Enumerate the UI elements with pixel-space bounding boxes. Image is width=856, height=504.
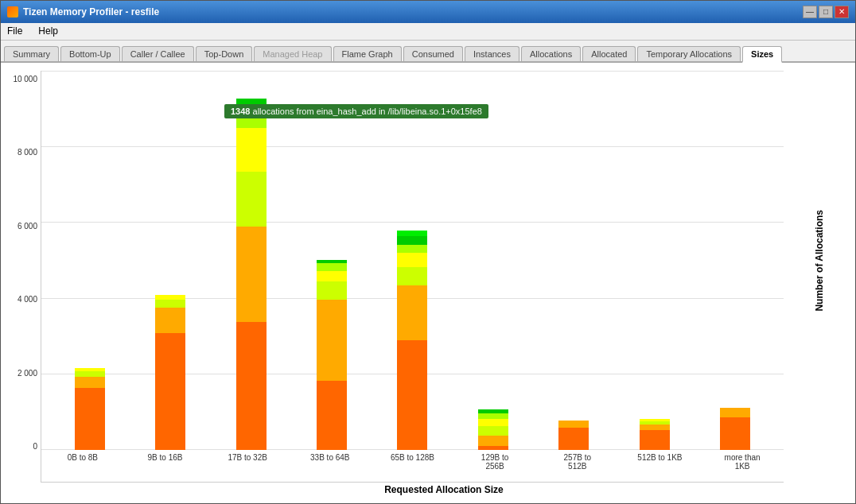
tab-top-down[interactable]: Top-Down bbox=[196, 46, 253, 61]
x-axis-label: Requested Allocation Size bbox=[9, 484, 847, 495]
minimize-button[interactable]: — bbox=[803, 6, 817, 18]
app-icon bbox=[7, 6, 18, 17]
bar-stack bbox=[478, 409, 508, 450]
bar-stack bbox=[75, 368, 105, 450]
bar-segment bbox=[397, 253, 427, 267]
bar-segment bbox=[317, 300, 347, 380]
menu-bar: File Help bbox=[1, 23, 855, 41]
bar-segment bbox=[640, 430, 670, 450]
chart-inner: 1348 allocations from eina_hash_add in /… bbox=[41, 71, 784, 483]
x-axis-tick-label: 0B to 8B bbox=[59, 453, 107, 462]
tabs-bar: Summary Bottom-Up Caller / Callee Top-Do… bbox=[1, 41, 855, 63]
bar-stack bbox=[397, 231, 427, 450]
bar-group bbox=[397, 231, 427, 450]
bar-segment bbox=[155, 300, 185, 307]
bar-segment bbox=[317, 263, 347, 270]
bar-segment bbox=[558, 428, 589, 450]
x-axis-tick-label: 257B to 512B bbox=[554, 453, 601, 471]
bar-segment bbox=[236, 172, 267, 227]
tab-caller-callee[interactable]: Caller / Callee bbox=[122, 46, 194, 61]
bar-segment bbox=[75, 371, 105, 377]
close-button[interactable]: ✕ bbox=[835, 6, 849, 18]
bar-group bbox=[317, 260, 347, 450]
tab-managed-heap: Managed Heap bbox=[254, 46, 331, 61]
bar-segment bbox=[317, 271, 347, 282]
chart-area: 10 000 8 000 6 000 4 000 2 000 0 bbox=[1, 63, 855, 503]
bar-group bbox=[640, 419, 670, 450]
bar-group bbox=[75, 368, 105, 450]
tab-sizes[interactable]: Sizes bbox=[742, 46, 782, 63]
tab-temporary[interactable]: Temporary Allocations bbox=[637, 46, 741, 61]
bar-stack bbox=[720, 408, 750, 450]
window: Tizen Memory Profiler - resfile — □ ✕ Fi… bbox=[0, 0, 856, 504]
y-axis-right-label: Number of Allocations bbox=[792, 71, 847, 451]
bar-segment bbox=[317, 281, 347, 300]
tab-allocated[interactable]: Allocated bbox=[582, 46, 636, 61]
tab-summary[interactable]: Summary bbox=[4, 46, 59, 61]
x-axis-tick-label: 33B to 64B bbox=[306, 453, 354, 462]
menu-file[interactable]: File bbox=[4, 25, 25, 37]
bar-stack bbox=[640, 419, 670, 450]
chart-tooltip: 1348 allocations from eina_hash_add in /… bbox=[224, 104, 488, 118]
menu-help[interactable]: Help bbox=[35, 25, 61, 37]
bar-stack bbox=[317, 260, 347, 450]
tab-instances[interactable]: Instances bbox=[465, 46, 519, 61]
bar-segment bbox=[640, 425, 670, 430]
bar-group bbox=[720, 408, 750, 450]
bar-segment bbox=[155, 333, 185, 450]
bar-segment bbox=[236, 322, 267, 450]
tab-bottom-up[interactable]: Bottom-Up bbox=[60, 46, 120, 61]
bar-segment bbox=[720, 408, 750, 417]
x-axis-tick-label: 9B to 16B bbox=[141, 453, 189, 462]
x-axis-tick-label: 65B to 128B bbox=[388, 453, 436, 462]
tab-allocations[interactable]: Allocations bbox=[521, 46, 581, 61]
bar-segment bbox=[558, 421, 589, 428]
y-axis-right: Number of Allocations bbox=[784, 71, 847, 483]
bar-group bbox=[155, 295, 185, 450]
bar-segment bbox=[236, 227, 267, 322]
window-title: Tizen Memory Profiler - resfile bbox=[23, 6, 159, 17]
x-axis-tick-label: 129B to 256B bbox=[471, 453, 519, 471]
y-axis-left: 10 000 8 000 6 000 4 000 2 000 0 bbox=[9, 71, 41, 483]
bar-segment bbox=[397, 285, 427, 340]
bar-group bbox=[558, 421, 589, 450]
bar-segment bbox=[397, 340, 427, 450]
bar-segment bbox=[397, 236, 427, 246]
bar-segment bbox=[478, 413, 508, 419]
maximize-button[interactable]: □ bbox=[819, 6, 833, 18]
bar-segment bbox=[317, 381, 347, 450]
x-axis-tick-label: 512B to 1KB bbox=[636, 453, 683, 462]
tab-consumed[interactable]: Consumed bbox=[403, 46, 463, 61]
bar-segment bbox=[478, 436, 508, 447]
bar-segment bbox=[236, 128, 267, 172]
bar-stack bbox=[558, 421, 589, 450]
bar-segment bbox=[720, 417, 750, 450]
bar-segment bbox=[397, 267, 427, 285]
bar-segment bbox=[75, 377, 105, 388]
bar-stack bbox=[236, 99, 267, 450]
title-bar: Tizen Memory Profiler - resfile — □ ✕ bbox=[1, 1, 855, 23]
bar-segment bbox=[478, 426, 508, 436]
x-axis-tick-label: more than 1KB bbox=[718, 453, 766, 471]
bar-stack bbox=[155, 295, 185, 450]
bar-segment bbox=[478, 419, 508, 426]
bar-segment bbox=[155, 295, 185, 300]
x-axis-tick-label: 17B to 32B bbox=[224, 453, 271, 462]
bar-group bbox=[478, 409, 508, 450]
bar-segment bbox=[397, 245, 427, 252]
tab-flame-graph[interactable]: Flame Graph bbox=[333, 46, 402, 61]
bar-segment bbox=[75, 388, 105, 450]
bar-segment bbox=[155, 308, 185, 333]
bar-group bbox=[236, 99, 267, 450]
bar-segment bbox=[397, 231, 427, 236]
